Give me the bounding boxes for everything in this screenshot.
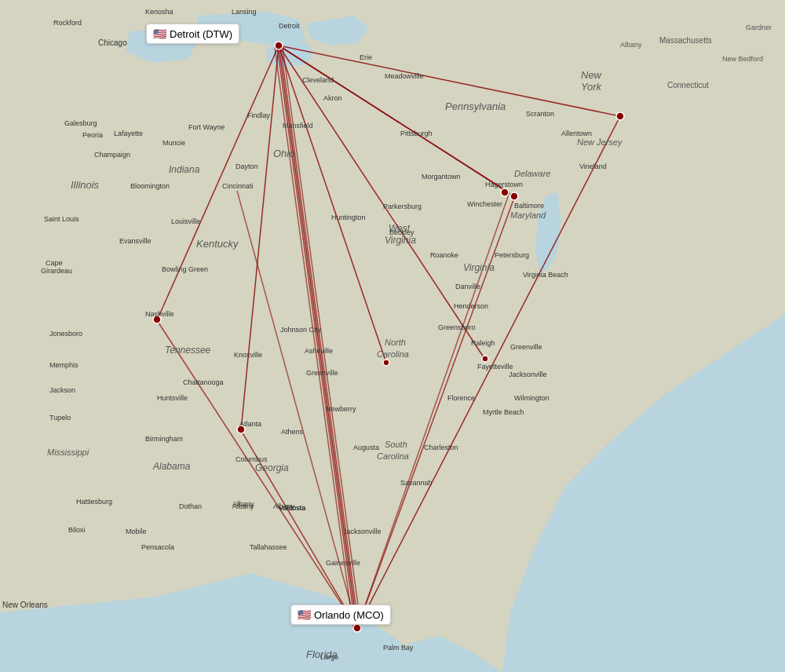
svg-text:Greenville: Greenville (510, 343, 542, 351)
svg-text:Jacksonville: Jacksonville (509, 371, 547, 378)
svg-text:Greenville: Greenville (306, 369, 338, 377)
svg-text:Danville: Danville (455, 283, 480, 290)
orlando-airport-label: 🇺🇸 Orlando (MCO) (290, 604, 391, 625)
svg-text:Huntington: Huntington (331, 214, 366, 221)
svg-text:Bloomington: Bloomington (130, 182, 170, 190)
svg-text:Jonesboro: Jonesboro (49, 330, 82, 338)
svg-text:Hattiesburg: Hattiesburg (76, 498, 112, 506)
svg-text:Palm Bay: Palm Bay (383, 644, 414, 652)
orlando-flag: 🇺🇸 (298, 608, 311, 621)
svg-text:Florence: Florence (447, 394, 475, 402)
svg-text:Delaware: Delaware (514, 169, 550, 178)
svg-text:Newberry: Newberry (326, 405, 356, 413)
svg-text:Akron: Akron (323, 94, 342, 102)
svg-text:Illinois: Illinois (71, 179, 100, 191)
svg-text:Valdosta: Valdosta (279, 504, 305, 512)
svg-text:Cincinnati: Cincinnati (222, 182, 254, 190)
svg-text:Albany: Albany (620, 41, 642, 49)
svg-point-26 (383, 360, 389, 366)
svg-text:Champaign: Champaign (94, 151, 130, 159)
svg-point-21 (616, 112, 624, 120)
svg-text:Bowling Green: Bowling Green (162, 265, 208, 273)
detroit-label-text: Detroit (DTW) (170, 28, 232, 40)
orlando-label-text: Orlando (MCO) (314, 609, 384, 621)
svg-text:Tallahassee: Tallahassee (250, 543, 287, 551)
svg-text:Beckley: Beckley (389, 228, 414, 236)
svg-text:Allentown: Allentown (561, 130, 592, 137)
svg-text:Girardeau: Girardeau (41, 267, 72, 275)
svg-text:Lafayette: Lafayette (114, 130, 143, 137)
svg-text:Peoria: Peoria (82, 131, 103, 139)
svg-text:Atlanta: Atlanta (239, 420, 261, 428)
svg-text:Carolina: Carolina (377, 349, 409, 359)
svg-text:Albany: Albany (232, 502, 254, 510)
svg-text:Pennsylvania: Pennsylvania (445, 100, 506, 112)
svg-text:Jacksonville: Jacksonville (343, 528, 382, 535)
svg-text:Louisville: Louisville (171, 217, 200, 225)
svg-text:Raleigh: Raleigh (471, 339, 495, 347)
svg-text:New Bedford: New Bedford (722, 55, 763, 63)
svg-text:Tupelo: Tupelo (49, 414, 71, 422)
svg-text:Largo: Largo (320, 653, 338, 661)
svg-text:Biloxi: Biloxi (68, 526, 86, 534)
svg-text:Galesburg: Galesburg (64, 119, 97, 127)
svg-text:Myrtle Beach: Myrtle Beach (483, 408, 524, 416)
svg-text:Findlay: Findlay (247, 111, 271, 119)
svg-text:Memphis: Memphis (49, 361, 78, 369)
svg-text:Chicago: Chicago (98, 38, 127, 47)
svg-text:Massachusetts: Massachusetts (659, 36, 712, 45)
svg-text:Connecticut: Connecticut (667, 81, 709, 89)
svg-text:Parkersburg: Parkersburg (383, 203, 422, 210)
svg-text:Tennessee: Tennessee (165, 345, 211, 356)
svg-text:Ohio: Ohio (273, 148, 294, 159)
svg-point-19 (275, 42, 283, 49)
svg-text:Baltimore: Baltimore (514, 202, 544, 210)
svg-text:Kenosha: Kenosha (145, 8, 173, 16)
svg-text:Evansville: Evansville (119, 237, 152, 245)
svg-text:Gainesville: Gainesville (326, 559, 360, 567)
svg-text:Muncie: Muncie (162, 139, 185, 147)
svg-text:Dayton: Dayton (236, 163, 258, 170)
svg-text:Jackson: Jackson (49, 386, 75, 394)
svg-text:Winchester: Winchester (467, 200, 502, 208)
svg-text:Charleston: Charleston (424, 444, 458, 451)
svg-text:Virginia: Virginia (385, 235, 416, 246)
svg-text:Greensboro: Greensboro (438, 323, 476, 331)
svg-text:Virginia: Virginia (463, 262, 495, 273)
svg-text:New Orleans: New Orleans (2, 601, 48, 609)
svg-text:Alabama: Alabama (152, 461, 191, 472)
svg-text:Johnson City: Johnson City (280, 326, 322, 334)
svg-text:Lansing: Lansing (232, 8, 257, 16)
svg-text:Cleveland: Cleveland (302, 76, 334, 84)
svg-text:Rockford: Rockford (53, 19, 82, 27)
svg-text:Erie: Erie (360, 53, 372, 61)
svg-text:Meadowville: Meadowville (385, 72, 424, 80)
svg-text:Maryland: Maryland (510, 210, 546, 220)
svg-text:Scranton: Scranton (526, 110, 554, 118)
map-container: Illinois Indiana Ohio Kentucky Tennessee… (0, 0, 785, 672)
svg-text:New: New (581, 69, 603, 81)
svg-text:Augusta: Augusta (353, 444, 379, 451)
svg-text:Savannah: Savannah (400, 479, 433, 487)
svg-text:Huntsville: Huntsville (157, 394, 188, 402)
svg-text:Indiana: Indiana (169, 164, 200, 175)
svg-text:Carolina: Carolina (377, 451, 409, 461)
svg-text:Asheville: Asheville (305, 347, 333, 355)
svg-text:South: South (385, 440, 407, 449)
svg-text:Birmingham: Birmingham (145, 435, 183, 443)
svg-text:Chattanooga: Chattanooga (183, 378, 224, 386)
svg-text:Mississippi: Mississippi (47, 447, 89, 457)
svg-text:New Jersey: New Jersey (577, 137, 623, 147)
svg-text:York: York (581, 81, 603, 93)
svg-text:Kentucky: Kentucky (196, 238, 239, 250)
svg-text:Knoxville: Knoxville (234, 351, 262, 359)
svg-text:Cape: Cape (46, 259, 63, 267)
svg-point-23 (501, 188, 509, 196)
svg-text:Columbus: Columbus (236, 455, 268, 463)
svg-text:Pittsburgh: Pittsburgh (400, 130, 433, 137)
svg-text:Nashville: Nashville (145, 310, 174, 318)
svg-text:Mobile: Mobile (126, 528, 147, 535)
detroit-flag: 🇺🇸 (153, 27, 166, 40)
svg-text:Gardner: Gardner (746, 24, 772, 31)
svg-text:Roanoke: Roanoke (430, 251, 458, 259)
